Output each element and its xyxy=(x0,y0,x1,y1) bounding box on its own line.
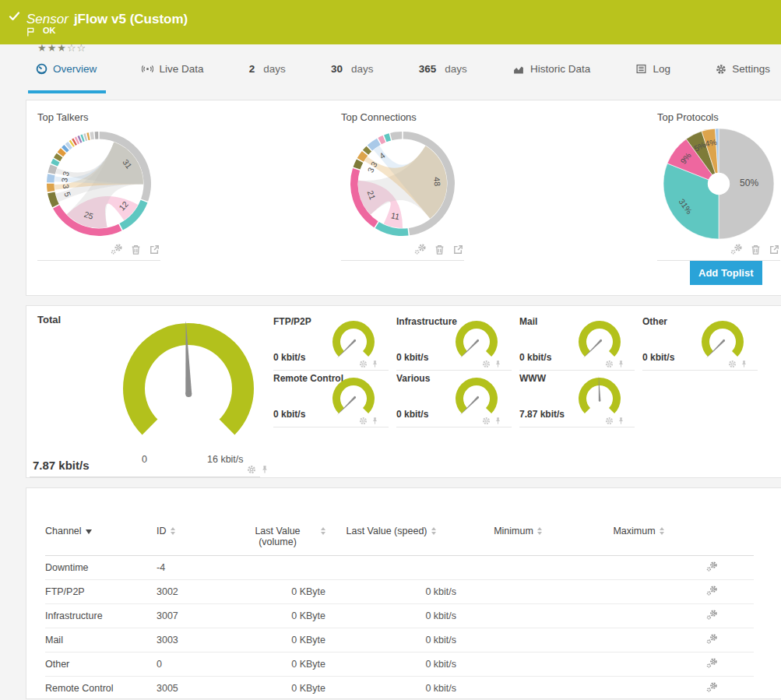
toplist-settings-icon[interactable] xyxy=(111,243,123,255)
gauge-dial xyxy=(577,319,622,361)
gauge-settings-icon[interactable] xyxy=(359,417,368,425)
tab-settings[interactable]: Settings xyxy=(716,44,770,93)
tab-30-days[interactable]: 30days xyxy=(331,44,374,93)
column-header-last-value-volume-[interactable]: Last Value (volume) xyxy=(238,522,325,556)
toplist-top-connections: Top Connections481121334 xyxy=(341,111,464,261)
toplist-toolbar xyxy=(657,241,780,261)
gauge-settings-icon[interactable] xyxy=(728,360,737,368)
gauge-label: Mail xyxy=(519,316,537,327)
toplist-top-talkers: Top Talkers3112255333 xyxy=(37,111,160,261)
table-row: Other00 KByte0 kbit/s xyxy=(45,653,754,677)
tab-number: 365 xyxy=(419,63,437,75)
column-header-last-value-speed-[interactable]: Last Value (speed) xyxy=(325,522,456,556)
divider xyxy=(30,477,260,477)
channel-settings-icon[interactable] xyxy=(706,657,718,669)
gauge-icon xyxy=(36,63,47,75)
channel-settings-icon[interactable] xyxy=(706,633,718,645)
cell-id: -4 xyxy=(157,556,238,580)
gauge-pin-icon[interactable] xyxy=(494,360,502,368)
gauge-value: 0 kbit/s xyxy=(273,352,305,363)
open-toplist-icon[interactable] xyxy=(149,244,160,255)
cell-minimum xyxy=(456,677,579,700)
add-toplist-button[interactable]: Add Toplist xyxy=(690,261,762,285)
column-header-id[interactable]: ID xyxy=(157,522,238,556)
channel-gauge-other: Other 0 kbit/s xyxy=(642,314,758,371)
gauge-settings-icon[interactable] xyxy=(482,417,491,425)
tab-label: Historic Data xyxy=(530,63,590,75)
cell-last-value-volume: 0 KByte xyxy=(238,604,325,628)
sensor-status-header: SensorjFlow v5 (Custom)★★★☆☆ OK xyxy=(0,0,781,44)
gauge-pin-icon[interactable] xyxy=(371,417,379,425)
tab-2-days[interactable]: 2days xyxy=(249,44,286,93)
gauge-value: 7.87 kbit/s xyxy=(519,409,565,420)
cell-last-value-speed: 0 kbit/s xyxy=(325,628,456,653)
open-toplist-icon[interactable] xyxy=(452,244,464,255)
tab-label: days xyxy=(445,63,467,75)
sort-icon xyxy=(171,527,175,535)
svg-text:48: 48 xyxy=(432,177,442,187)
tab-live-data[interactable]: Live Data xyxy=(142,44,203,93)
channels-panel: ChannelIDLast Value (volume)Last Value (… xyxy=(26,487,781,699)
delete-toplist-icon[interactable] xyxy=(750,244,762,255)
delete-toplist-icon[interactable] xyxy=(130,244,142,255)
cell-channel: Mail xyxy=(45,628,157,653)
gauge-pin-icon[interactable] xyxy=(371,360,379,368)
gauge-pin-icon[interactable] xyxy=(494,417,502,425)
cell-last-value-speed: 0 kbit/s xyxy=(325,580,456,604)
gauge-dial xyxy=(577,376,622,418)
gauge-settings-icon[interactable] xyxy=(482,360,491,368)
toplist-settings-icon[interactable] xyxy=(414,243,427,255)
channel-settings-icon[interactable] xyxy=(706,561,718,572)
pie-chart[interactable]: 50%31%9%5%4% xyxy=(657,127,780,241)
gauge-settings-icon[interactable] xyxy=(605,360,614,368)
sort-icon xyxy=(660,527,664,535)
tab-label: Log xyxy=(653,63,670,75)
open-toplist-icon[interactable] xyxy=(769,244,780,255)
cell-id: 3005 xyxy=(157,677,238,700)
chord-chart[interactable]: 481121334 xyxy=(341,127,464,241)
sort-desc-icon xyxy=(86,529,92,534)
cell-id: 0 xyxy=(157,653,238,677)
channel-settings-icon[interactable] xyxy=(706,681,718,693)
gauge-settings-icon[interactable] xyxy=(605,417,614,425)
cell-id: 3007 xyxy=(157,604,238,628)
column-header-maximum[interactable]: Maximum xyxy=(579,522,698,556)
gauge-settings-icon[interactable] xyxy=(359,360,368,368)
toplist-toolbar xyxy=(37,241,160,261)
gauge-label: Infrastructure xyxy=(396,316,457,327)
gauge-pin-icon[interactable] xyxy=(260,465,269,474)
cell-last-value-volume: 0 KByte xyxy=(238,628,325,653)
gauge-value: 0 kbit/s xyxy=(273,409,305,420)
tab-historic-data[interactable]: Historic Data xyxy=(512,44,590,93)
channel-gauge-www: WWW 7.87 kbit/s xyxy=(519,371,635,427)
channel-settings-icon[interactable] xyxy=(706,585,718,596)
gauge-pin-icon[interactable] xyxy=(740,360,748,368)
column-header-actions[interactable] xyxy=(698,522,754,556)
cell-maximum xyxy=(579,580,698,604)
tab-overview[interactable]: Overview xyxy=(36,44,97,93)
channel-settings-icon[interactable] xyxy=(706,609,718,621)
channel-gauge-infrastructure: Infrastructure 0 kbit/s xyxy=(396,314,512,371)
svg-text:3: 3 xyxy=(62,184,71,189)
cell-maximum xyxy=(579,653,698,677)
column-header-channel[interactable]: Channel xyxy=(45,522,157,556)
toplist-settings-icon[interactable] xyxy=(730,243,743,255)
channel-gauge-remote-control: Remote Control 0 kbit/s xyxy=(273,371,389,427)
tab-label: Overview xyxy=(53,63,97,75)
delete-toplist-icon[interactable] xyxy=(434,244,445,255)
chord-chart[interactable]: 3112255333 xyxy=(37,127,160,241)
cell-minimum xyxy=(456,653,579,677)
cell-last-value-speed: 0 kbit/s xyxy=(325,677,456,700)
gauge-pin-icon[interactable] xyxy=(617,360,625,368)
tab-log[interactable]: Log xyxy=(635,44,670,93)
gauge-label: FTP/P2P xyxy=(273,316,311,327)
gauge-pin-icon[interactable] xyxy=(617,417,625,425)
channel-gauge-ftp-p2p: FTP/P2P 0 kbit/s xyxy=(273,314,389,371)
gauge-settings-icon[interactable] xyxy=(247,465,256,474)
tab-365-days[interactable]: 365days xyxy=(419,44,467,93)
gauge-dial xyxy=(331,376,376,418)
log-icon xyxy=(635,63,647,75)
tab-label: Settings xyxy=(732,63,770,75)
svg-text:50%: 50% xyxy=(740,178,758,188)
column-header-minimum[interactable]: Minimum xyxy=(456,522,579,556)
